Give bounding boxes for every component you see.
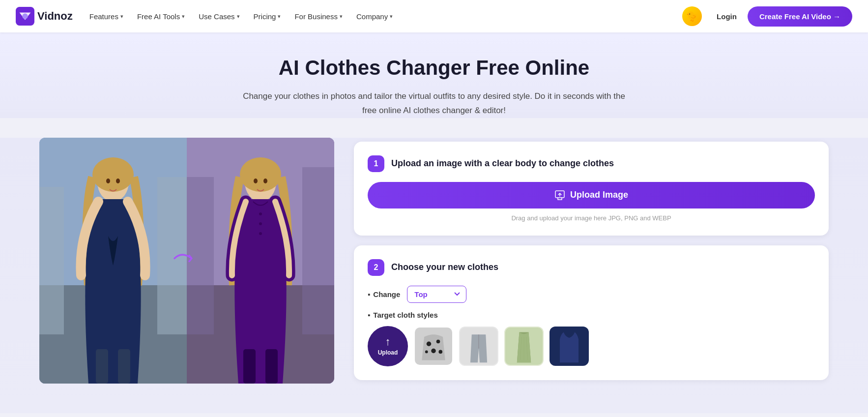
- step1-header: 1 Upload an image with a clear body to c…: [368, 155, 815, 172]
- svg-point-28: [436, 339, 440, 343]
- navbar: Vidnoz Features ▾ Free AI Tools ▾ Use Ca…: [0, 0, 868, 32]
- upload-hint: Drag and upload your image here JPG, PNG…: [368, 214, 815, 222]
- step1-card: 1 Upload an image with a clear body to c…: [354, 142, 829, 236]
- svg-rect-15: [302, 167, 334, 334]
- logo-text: Vidnoz: [37, 10, 73, 23]
- step2-card: 2 Choose your new clothes Change Top Bot…: [354, 245, 829, 380]
- cloth-item-gray-pants[interactable]: [459, 327, 498, 366]
- upload-arrow-icon: ↑: [385, 336, 391, 347]
- svg-point-19: [259, 222, 262, 225]
- step2-badge: 2: [368, 259, 384, 276]
- create-free-ai-video-button[interactable]: Create Free AI Video →: [748, 6, 852, 27]
- nav-free-ai-tools[interactable]: Free AI Tools ▾: [132, 8, 190, 25]
- chevron-down-icon: ▾: [237, 13, 240, 20]
- after-image: [187, 138, 334, 384]
- right-panel: 1 Upload an image with a clear body to c…: [354, 138, 829, 380]
- svg-point-11: [116, 179, 120, 183]
- page-title: AI Clothes Changer Free Online: [16, 56, 852, 80]
- change-label: Change: [368, 290, 400, 298]
- change-row: Change Top Bottom Full Body: [368, 286, 815, 303]
- cloth-item-floral[interactable]: [414, 327, 453, 366]
- chevron-down-icon: ▾: [340, 13, 343, 20]
- cloth-styles-row: ↑ Upload: [368, 326, 815, 366]
- nav-features[interactable]: Features ▾: [85, 8, 128, 25]
- chevron-down-icon: ▾: [120, 13, 123, 20]
- step2-header: 2 Choose your new clothes: [368, 259, 815, 276]
- upload-image-button[interactable]: Upload Image: [368, 182, 815, 208]
- svg-rect-4: [39, 187, 64, 334]
- svg-point-7: [92, 157, 134, 192]
- hero-subtitle: Change your clothes in photos and tailor…: [242, 89, 626, 118]
- cloth-upload-button[interactable]: ↑ Upload: [368, 326, 408, 366]
- login-button[interactable]: Login: [710, 8, 744, 25]
- cloth-item-green-dress[interactable]: [504, 327, 544, 366]
- logo[interactable]: Vidnoz: [16, 7, 73, 26]
- nav-company[interactable]: Company ▾: [351, 8, 398, 25]
- chevron-down-icon: ▾: [278, 13, 281, 20]
- chevron-down-icon: ▾: [182, 13, 185, 20]
- svg-point-29: [431, 349, 436, 354]
- svg-point-10: [106, 179, 110, 183]
- svg-point-23: [254, 179, 258, 183]
- change-dropdown[interactable]: Top Bottom Full Body: [407, 286, 466, 303]
- navy-cami-thumbnail: [550, 327, 588, 366]
- image-comparison-panel: [39, 138, 334, 384]
- step2-title: Choose your new clothes: [391, 262, 498, 272]
- svg-rect-9: [118, 349, 130, 384]
- chevron-down-icon: ▾: [390, 13, 393, 20]
- svg-rect-21: [243, 349, 256, 384]
- step1-title: Upload an image with a clear body to cha…: [391, 158, 614, 169]
- nav-for-business[interactable]: For Business ▾: [289, 8, 347, 25]
- nav-use-cases[interactable]: Use Cases ▾: [194, 8, 244, 25]
- svg-point-20: [259, 232, 262, 235]
- step1-badge: 1: [368, 155, 384, 172]
- svg-point-31: [438, 350, 442, 354]
- svg-point-24: [263, 179, 267, 183]
- green-dress-thumbnail: [505, 327, 543, 366]
- svg-point-17: [240, 157, 281, 192]
- avatar: 🐤: [682, 6, 702, 26]
- target-cloth-label: Target cloth styles: [368, 311, 815, 319]
- main-content: 1 Upload an image with a clear body to c…: [0, 138, 868, 413]
- svg-rect-22: [265, 349, 278, 384]
- before-image: [39, 138, 187, 384]
- svg-point-30: [425, 350, 428, 353]
- svg-point-27: [427, 341, 432, 346]
- svg-rect-8: [96, 349, 108, 384]
- transformation-arrow: [172, 248, 202, 272]
- svg-point-1: [22, 13, 28, 19]
- floral-skirt-thumbnail: [415, 327, 452, 366]
- gray-pants-thumbnail: [460, 327, 497, 366]
- upload-icon: [554, 190, 565, 201]
- svg-point-18: [259, 212, 262, 215]
- nav-pricing[interactable]: Pricing ▾: [249, 8, 286, 25]
- cloth-item-navy-cami[interactable]: [550, 327, 589, 366]
- hero-section: AI Clothes Changer Free Online Change yo…: [0, 32, 868, 118]
